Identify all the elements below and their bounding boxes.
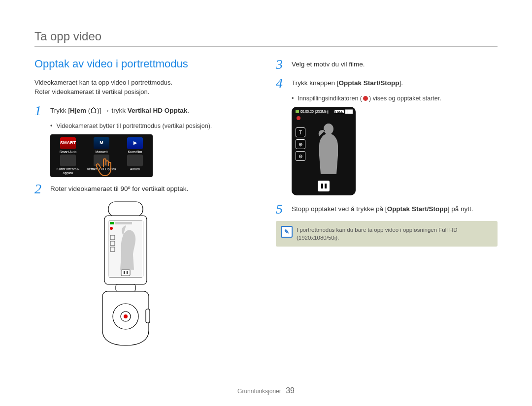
step-4-bullet-text: Innspillingsindikatoren () vises og oppt… <box>298 95 441 102</box>
battery-icon: ███ <box>345 110 353 113</box>
svg-rect-13 <box>116 284 135 291</box>
step-3-number: 3 <box>276 58 286 71</box>
intro-text: Videokameraet kan ta opp video i portret… <box>34 78 256 97</box>
step-1-mid: ( <box>86 107 90 114</box>
title-rule <box>34 46 498 47</box>
menu-label-manuelt: Manuelt <box>86 150 117 154</box>
status-full-badge: FULL <box>334 110 344 113</box>
step-1-bold-vertical: Vertikal HD Opptak <box>128 107 188 114</box>
step-4-pre: Trykk knappen [ <box>292 79 339 87</box>
step-4-body: Trykk knappen [Opptak Start/Stopp]. <box>292 76 403 90</box>
svg-rect-17 <box>146 309 150 323</box>
step-3-body: Velg et motiv du vil filme. <box>292 58 365 71</box>
step-4-bold: Opptak Start/Stopp <box>339 79 399 87</box>
manual-icon: M <box>94 137 109 149</box>
pause-button[interactable] <box>318 181 330 191</box>
portrait-screen: 00:00:20 [253Min] FULL ███ T ⊕ ⊖ <box>292 107 356 195</box>
svg-rect-11 <box>124 271 125 274</box>
step-4: 4 Trykk knappen [Opptak Start/Stopp]. <box>276 76 498 90</box>
menu-item-smart-auto: SMART Smart Auto <box>52 137 84 154</box>
record-indicator-icon <box>363 96 368 101</box>
step-1-pre: Trykk [ <box>50 107 70 114</box>
left-column: Opptak av video i portrettmodus Videokam… <box>34 58 256 350</box>
arrow-icon: → <box>103 107 110 114</box>
menu-item-kunstfilm: ▶ Kunstfilm <box>119 137 151 154</box>
smart-auto-icon: SMART <box>60 137 76 149</box>
step-5-post: ] på nytt. <box>448 205 473 213</box>
intervall-icon <box>60 155 76 166</box>
kunstfilm-icon: ▶ <box>127 137 143 149</box>
pause-bar-1 <box>321 184 323 188</box>
footer-section: Grunnfunksjoner <box>237 388 281 395</box>
zoom-t-button[interactable]: T <box>296 127 305 137</box>
step-1: 1 Trykk [Hjem ()] → trykk Vertikal HD Op… <box>34 104 256 118</box>
step-1-bold-hjem: Hjem <box>70 107 86 114</box>
subject-silhouette-icon <box>311 122 346 176</box>
svg-point-16 <box>124 314 128 318</box>
svg-rect-0 <box>108 202 143 217</box>
footer-page-number: 39 <box>286 386 295 395</box>
menu-item-intervall: Kunst intervall-opptak <box>52 155 84 175</box>
status-remaining: [253Min] <box>315 110 329 113</box>
note-icon: ✎ <box>281 226 293 238</box>
step-5-bold: Opptak Start/Stopp <box>387 205 448 213</box>
step-4-number: 4 <box>276 76 286 90</box>
pause-bar-2 <box>325 184 327 188</box>
step-5-body: Stopp opptaket ved å trykke på [Opptak S… <box>292 202 473 216</box>
album-icon <box>127 155 143 166</box>
hand-pointer-icon <box>95 156 119 181</box>
page-footer: Grunnfunksjoner 39 <box>0 386 532 395</box>
step-4-post: ]. <box>399 79 403 87</box>
portrait-status-bar: 00:00:20 [253Min] FULL ███ <box>295 110 353 113</box>
menu-label-intervall: Kunst intervall-opptak <box>52 167 84 175</box>
record-dot-icon <box>297 116 300 120</box>
step-1-bullet-text: Videokameraet bytter til portrettmodus (… <box>56 123 212 129</box>
page-title: Ta opp video <box>34 30 498 43</box>
step-2: 2 Roter videokameraet til 90º for vertik… <box>34 182 256 196</box>
zoom-in-button[interactable]: ⊕ <box>296 139 305 149</box>
step-2-number: 2 <box>34 182 44 196</box>
svg-rect-5 <box>115 222 132 224</box>
intro-line2: Roter videokameraet til vertikal posisjo… <box>34 88 149 95</box>
status-time: 00:00:20 <box>300 110 314 113</box>
intro-line1: Videokameraet kan ta opp video i portret… <box>34 79 172 86</box>
home-icon <box>90 106 97 116</box>
svg-rect-4 <box>110 222 114 224</box>
section-title: Opptak av video i portrettmodus <box>34 58 256 70</box>
menu-item-album: Album <box>119 155 151 175</box>
zoom-out-button[interactable]: ⊖ <box>296 151 305 161</box>
step-1-number: 1 <box>34 104 44 118</box>
step-1-body: Trykk [Hjem ()] → trykk Vertikal HD Oppt… <box>50 104 189 118</box>
note-box: ✎ I portrettmodus kan du bare ta opp vid… <box>276 221 498 247</box>
step-4-bullet: Innspillingsindikatoren () vises og oppt… <box>292 95 498 102</box>
step-5: 5 Stopp opptaket ved å trykke på [Opptak… <box>276 202 498 216</box>
menu-label-smart-auto: Smart Auto <box>52 150 84 154</box>
right-column: 3 Velg et motiv du vil filme. 4 Trykk kn… <box>276 58 498 350</box>
status-rec-icon <box>296 110 299 113</box>
menu-label-album: Album <box>119 167 151 171</box>
menu-label-kunstfilm: Kunstfilm <box>119 150 151 154</box>
svg-point-6 <box>110 227 113 230</box>
zoom-controls: T ⊕ ⊖ <box>296 127 305 161</box>
step-2-body: Roter videokameraet til 90º for vertikal… <box>50 182 188 196</box>
step-1-post: trykk <box>110 107 128 114</box>
menu-item-manuelt: M Manuelt <box>86 137 117 154</box>
svg-rect-10 <box>121 270 130 276</box>
step-5-number: 5 <box>276 202 286 216</box>
step-1-posticon: )] <box>97 107 103 114</box>
step-5-pre: Stopp opptaket ved å trykke på [ <box>292 205 387 213</box>
step-3: 3 Velg et motiv du vil filme. <box>276 58 498 71</box>
step-4-bullet-post: ) vises og opptaket starter. <box>369 95 441 102</box>
step-1-end: . <box>187 107 189 114</box>
step-4-bullet-pre: Innspillingsindikatoren ( <box>298 95 362 102</box>
camera-illustration <box>94 201 256 350</box>
menu-screen: SMART Smart Auto M Manuelt ▶ Kunstfilm K… <box>50 134 153 177</box>
step-1-bullet: Videokameraet bytter til portrettmodus (… <box>50 123 256 129</box>
note-text: I portrettmodus kan du bare ta opp video… <box>297 227 458 241</box>
svg-rect-12 <box>127 271 128 274</box>
